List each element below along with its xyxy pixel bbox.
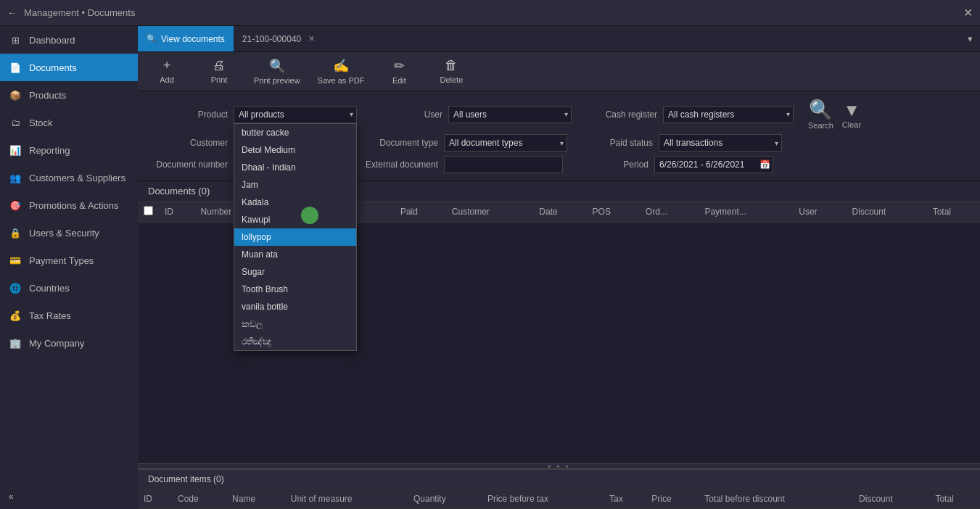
product-select[interactable]: All productsbutter cackeDetol MediumDhaa…: [234, 106, 357, 123]
sidebar-item-documents[interactable]: 📄Documents: [0, 54, 138, 81]
toolbar-print-button[interactable]: 🖨Print: [202, 58, 236, 85]
calendar-icon[interactable]: 📅: [759, 160, 770, 170]
clear-button[interactable]: Clear: [842, 120, 861, 129]
sidebar-item-countries[interactable]: 🌐Countries: [0, 274, 138, 302]
doc-items-col-6: Tax: [604, 489, 646, 509]
product-select-wrapper: All productsbutter cackeDetol MediumDhaa…: [234, 106, 357, 123]
toolbar-edit-button[interactable]: ✏Edit: [382, 58, 416, 85]
toolbar-print-preview-icon: 🔍: [269, 58, 285, 74]
sidebar-item-promotions-actions[interactable]: 🎯Promotions & Actions: [0, 191, 138, 219]
period-input-wrapper: 📅: [654, 156, 773, 173]
product-dropdown-container: All productsbutter cackeDetol MediumDhaa…: [234, 106, 357, 123]
documents-col-8: Ord...: [640, 202, 699, 223]
doc-items-col-3: Unit of measure: [285, 489, 408, 509]
tab-view-documents[interactable]: 🔍View documents: [138, 26, 234, 51]
dropdown-item-Tooth-Brush[interactable]: Tooth Brush: [234, 281, 356, 298]
cash-register-label: Cash register: [577, 109, 657, 120]
back-arrow-icon[interactable]: ←: [7, 7, 17, 18]
tab-close-button[interactable]: ✕: [308, 34, 315, 44]
tab-dropdown-button[interactable]: ▾: [960, 26, 980, 51]
user-select[interactable]: All users: [448, 106, 572, 123]
sidebar-item-my-company[interactable]: 🏢My Company: [0, 329, 138, 357]
sidebar-item-customers-suppliers[interactable]: 👥Customers & Suppliers: [0, 164, 138, 191]
sidebar-icon-documents: 📄: [9, 61, 22, 74]
clear-btn-group: ▼ Clear: [842, 100, 861, 129]
external-document-input[interactable]: [444, 156, 563, 173]
toolbar-delete-icon: 🗑: [445, 58, 458, 73]
resize-handle[interactable]: • • •: [138, 463, 980, 469]
documents-col-10: User: [793, 202, 846, 223]
toolbar: +Add🖨Print🔍Print preview✍Save as PDF✏Edi…: [138, 52, 980, 91]
tab-label: View documents: [161, 34, 225, 44]
sidebar-label-tax-rates: Tax Rates: [29, 310, 71, 321]
sidebar-item-products[interactable]: 📦Products: [0, 81, 138, 109]
sidebar-item-dashboard[interactable]: ⊞Dashboard: [0, 26, 138, 54]
sidebar-icon-stock: 🗂: [9, 116, 22, 129]
dropdown-item-Muan-ata[interactable]: Muan ata: [234, 246, 356, 263]
tab-doc-21-100[interactable]: 21-100-000040✕: [234, 26, 324, 51]
paid-status-select-wrapper: All transactions: [659, 134, 782, 152]
content-area: 🔍View documents21-100-000040✕ ▾ +Add🖨Pri…: [138, 26, 980, 509]
toolbar-add-label: Add: [160, 75, 174, 84]
dropdown-item-Sugar[interactable]: Sugar: [234, 263, 356, 281]
document-items-table: IDCodeNameUnit of measureQuantityPrice b…: [138, 489, 980, 509]
dropdown-item-Dhaal---Indian[interactable]: Dhaal - Indian: [234, 159, 356, 176]
paid-status-select[interactable]: All transactions: [659, 134, 782, 152]
search-clear-group: 🔍 Search ▼ Clear: [808, 99, 861, 130]
document-items-title: Document items (0): [148, 474, 224, 484]
filter-area: Product All productsbutter cackeDetol Me…: [138, 91, 980, 181]
sidebar: ⊞Dashboard📄Documents📦Products🗂Stock📊Repo…: [0, 26, 138, 509]
dropdown-item-කඩල[interactable]: කඩල: [234, 315, 356, 333]
documents-col-9: Payment...: [699, 202, 793, 223]
customer-label: Customer: [148, 138, 228, 148]
period-input[interactable]: [654, 156, 773, 173]
toolbar-save-as-pdf-icon: ✍: [333, 58, 349, 74]
documents-col-0: [138, 202, 159, 223]
sidebar-label-customers-suppliers: Customers & Suppliers: [29, 173, 125, 183]
cash-register-select[interactable]: All cash registers: [663, 106, 794, 123]
dropdown-item-Jam[interactable]: Jam: [234, 176, 356, 194]
dropdown-item-vanila-bottle[interactable]: vanila bottle: [234, 298, 356, 315]
doc-items-col-10: Total: [929, 489, 980, 509]
sidebar-label-dashboard: Dashboard: [29, 35, 75, 46]
sidebar-item-stock[interactable]: 🗂Stock: [0, 109, 138, 136]
documents-col-7: POS: [587, 202, 640, 223]
sidebar-item-reporting[interactable]: 📊Reporting: [0, 136, 138, 164]
doc-items-col-5: Price before tax: [482, 489, 604, 509]
documents-col-6: Date: [533, 202, 586, 223]
doc-items-col-7: Price: [646, 489, 699, 509]
dropdown-item-රතිඤ්ඤු[interactable]: රතිඤ්ඤු: [234, 333, 356, 350]
dropdown-item-butter-cacke[interactable]: butter cacke: [234, 124, 356, 141]
document-type-select[interactable]: All document types: [444, 134, 567, 152]
select-all-checkbox[interactable]: [144, 206, 153, 215]
toolbar-save-as-pdf-button[interactable]: ✍Save as PDF: [318, 58, 365, 85]
dropdown-item-Kawupi[interactable]: Kawupi: [234, 211, 356, 228]
sidebar-collapse-button[interactable]: «: [0, 484, 138, 509]
dropdown-item-lollypop[interactable]: lollypop: [234, 228, 356, 246]
sidebar-label-my-company: My Company: [29, 338, 85, 349]
document-type-label: Document type: [358, 138, 438, 148]
toolbar-print-preview-button[interactable]: 🔍Print preview: [254, 58, 300, 85]
toolbar-delete-label: Delete: [440, 75, 463, 84]
paid-status-label: Paid status: [573, 138, 653, 148]
sidebar-item-tax-rates[interactable]: 💰Tax Rates: [0, 302, 138, 329]
toolbar-edit-label: Edit: [392, 76, 406, 85]
documents-col-4: Paid: [395, 202, 446, 223]
sidebar-label-reporting: Reporting: [29, 145, 70, 156]
product-dropdown-list: butter cackeDetol MediumDhaal - IndianJa…: [234, 123, 357, 351]
sidebar-item-payment-types[interactable]: 💳Payment Types: [0, 247, 138, 274]
sidebar-label-payment-types: Payment Types: [29, 255, 94, 266]
toolbar-delete-button[interactable]: 🗑Delete: [434, 58, 469, 85]
close-button[interactable]: ✕: [963, 6, 973, 20]
dropdown-item-Detol-Medium[interactable]: Detol Medium: [234, 141, 356, 159]
search-button[interactable]: Search: [808, 121, 833, 130]
doc-items-col-1: Code: [172, 489, 226, 509]
documents-title: Documents (0): [148, 186, 210, 196]
search-icon[interactable]: 🔍: [809, 99, 832, 121]
period-label: Period: [569, 160, 648, 170]
toolbar-add-button[interactable]: +Add: [149, 58, 184, 85]
clear-icon[interactable]: ▼: [843, 100, 860, 120]
sidebar-item-users-security[interactable]: 🔒Users & Security: [0, 219, 138, 247]
dropdown-item-Kadala[interactable]: Kadala: [234, 194, 356, 211]
sidebar-label-documents: Documents: [29, 62, 77, 73]
